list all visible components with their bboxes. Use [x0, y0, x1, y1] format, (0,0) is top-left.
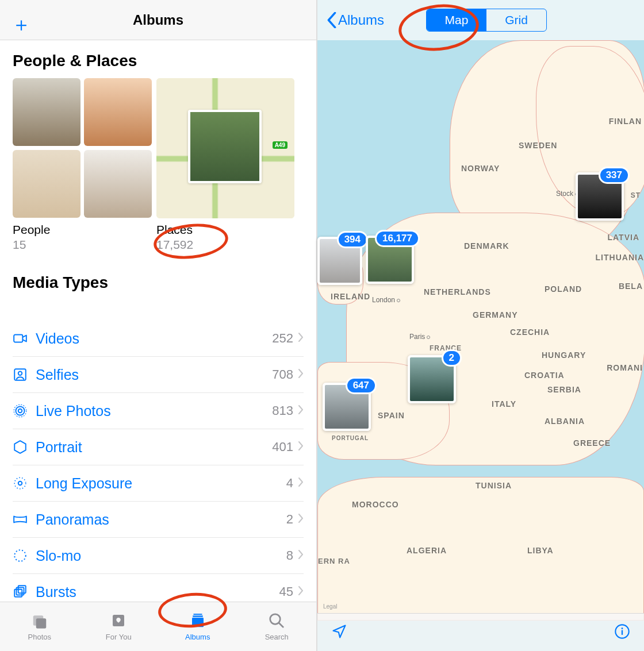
- country-label: CZECHIA: [510, 328, 550, 337]
- tab-label: Albums: [185, 633, 210, 641]
- media-label: Long Exposure: [36, 475, 286, 492]
- media-label: Bursts: [36, 584, 279, 600]
- country-label: HUNGARY: [542, 350, 586, 360]
- selfie-icon: [13, 367, 36, 382]
- media-row-long[interactable]: Long Exposure4: [13, 465, 304, 502]
- albums-content: People & Places A49 People 15 Places 17,: [0, 40, 316, 602]
- people-album[interactable]: [13, 78, 151, 218]
- media-row-burst[interactable]: Bursts45: [13, 574, 304, 602]
- country-label: LATVIA: [607, 233, 639, 242]
- tab-label: Photos: [28, 633, 51, 641]
- country-label: CROATIA: [524, 371, 565, 380]
- svg-rect-21: [622, 630, 623, 634]
- places-map-pane: Albums Map Grid FINLAN SWEDEN NORWAY LAT…: [317, 0, 644, 651]
- svg-point-4: [16, 406, 24, 415]
- svg-rect-0: [14, 335, 22, 342]
- tab-label: For You: [106, 633, 132, 641]
- svg-rect-13: [36, 618, 47, 629]
- photo-cluster[interactable]: 16,177: [366, 236, 414, 284]
- media-count: 8: [286, 548, 293, 563]
- svg-rect-17: [193, 614, 202, 615]
- map-view[interactable]: FINLAN SWEDEN NORWAY LATVIA LITHUANIA DE…: [317, 40, 644, 651]
- country-label: TUNISIA: [476, 481, 512, 490]
- tab-search[interactable]: Search: [237, 612, 317, 641]
- svg-point-8: [14, 550, 26, 561]
- tab-icon: [189, 612, 206, 631]
- svg-point-2: [18, 372, 22, 376]
- city-label: London: [372, 296, 400, 304]
- legal-link[interactable]: Legal: [323, 603, 337, 610]
- road-badge: A49: [273, 141, 288, 149]
- people-count: 15: [13, 238, 151, 252]
- media-row-live[interactable]: Live Photos813: [13, 393, 304, 429]
- chevron-right-icon: [298, 333, 304, 344]
- media-row-pano[interactable]: Panoramas2: [13, 502, 304, 538]
- places-count: 17,592: [156, 238, 294, 252]
- country-label: SWEDEN: [519, 141, 557, 150]
- location-button[interactable]: [331, 623, 347, 642]
- media-row-portrait[interactable]: Portrait401: [13, 429, 304, 465]
- photo-cluster[interactable]: 394: [317, 237, 362, 285]
- albums-pane: ＋ Albums People & Places A49 People 15: [0, 0, 317, 651]
- media-label: Slo-mo: [36, 548, 286, 564]
- chevron-left-icon: [327, 12, 337, 28]
- svg-rect-16: [193, 615, 203, 617]
- media-count: 401: [272, 440, 293, 454]
- nav-title: Albums: [133, 12, 183, 28]
- svg-point-7: [14, 477, 26, 489]
- chevron-right-icon: [298, 477, 304, 489]
- tab-albums[interactable]: Albums: [158, 612, 237, 641]
- country-label: IRELAND: [331, 292, 370, 301]
- section-media-types: Media Types: [0, 269, 316, 300]
- svg-point-3: [18, 409, 22, 413]
- country-label: PORTUGAL: [332, 435, 369, 441]
- seg-map[interactable]: Map: [427, 9, 486, 31]
- country-label: FINLAN: [609, 117, 642, 126]
- media-count: 813: [272, 403, 293, 418]
- media-label: Panoramas: [36, 511, 286, 528]
- svg-point-20: [622, 627, 623, 629]
- back-label: Albums: [338, 12, 384, 28]
- svg-rect-10: [17, 587, 24, 595]
- info-button[interactable]: [614, 623, 630, 642]
- chevron-right-icon: [298, 550, 304, 561]
- media-row-video[interactable]: Videos252: [13, 321, 304, 357]
- tab-icon: [31, 612, 48, 631]
- pano-icon: [13, 512, 36, 527]
- country-label: BELA: [619, 282, 643, 291]
- face-thumb: [13, 78, 80, 146]
- tab-for-you[interactable]: For You: [79, 612, 159, 641]
- places-album[interactable]: A49: [156, 78, 294, 218]
- photo-cluster[interactable]: 337: [576, 172, 624, 221]
- tab-bar: PhotosFor YouAlbumsSearch: [0, 602, 316, 651]
- country-label: GREECE: [573, 438, 611, 448]
- media-row-selfie[interactable]: Selfies708: [13, 357, 304, 393]
- burst-icon: [13, 584, 36, 599]
- media-count: 252: [272, 331, 293, 346]
- face-thumb: [84, 78, 152, 146]
- chevron-right-icon: [298, 405, 304, 417]
- country-label: LIBYA: [527, 546, 554, 555]
- face-thumb: [84, 150, 152, 218]
- photo-cluster[interactable]: 2: [408, 355, 456, 403]
- svg-rect-15: [192, 618, 204, 627]
- back-button[interactable]: Albums: [327, 12, 384, 28]
- tab-icon: [268, 612, 285, 631]
- tab-photos[interactable]: Photos: [0, 612, 79, 641]
- long-icon: [13, 476, 36, 491]
- chevron-right-icon: [298, 514, 304, 525]
- media-label: Live Photos: [36, 403, 272, 419]
- photo-cluster[interactable]: 647: [323, 383, 371, 431]
- country-label: ALGERIA: [407, 546, 447, 555]
- places-label: Places: [156, 223, 294, 237]
- media-label: Selfies: [36, 367, 272, 383]
- add-button[interactable]: ＋: [12, 11, 31, 38]
- media-count: 4: [286, 476, 293, 491]
- country-label: LITHUANIA: [596, 253, 644, 262]
- media-row-slomo[interactable]: Slo-mo8: [13, 538, 304, 574]
- chevron-right-icon: [298, 369, 304, 380]
- section-people-places: People & Places: [0, 47, 316, 78]
- country-label: NETHERLANDS: [424, 287, 491, 296]
- country-label: SPAIN: [378, 411, 405, 420]
- seg-grid[interactable]: Grid: [486, 9, 546, 31]
